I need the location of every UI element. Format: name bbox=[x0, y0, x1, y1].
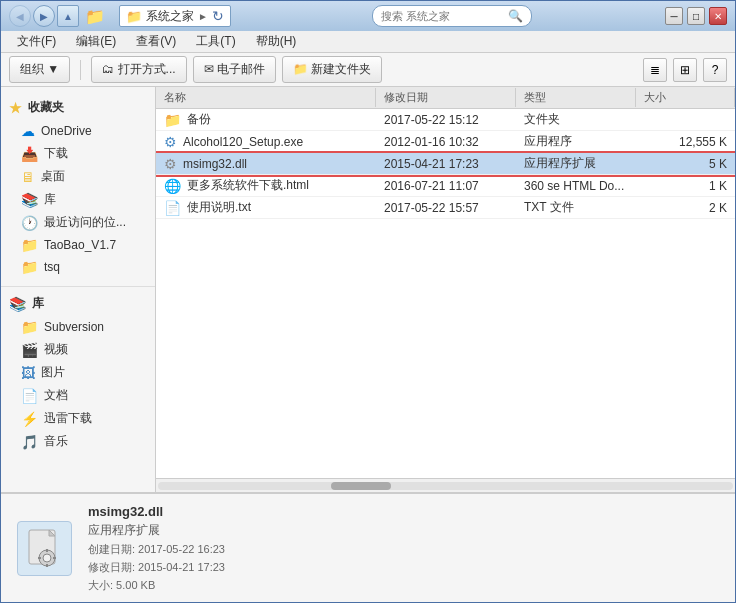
menu-tools[interactable]: 工具(T) bbox=[188, 31, 243, 52]
library-header[interactable]: 📚 库 bbox=[1, 291, 155, 316]
main-area: ★ 收藏夹 ☁ OneDrive 📥 下载 🖥 桌面 📚 库 bbox=[1, 87, 735, 492]
recent-icon: 🕐 bbox=[21, 215, 38, 231]
sidebar-item-library[interactable]: 📚 库 bbox=[1, 188, 155, 211]
favorites-header[interactable]: ★ 收藏夹 bbox=[1, 95, 155, 120]
msimg32-date: 2015-04-21 17:23 bbox=[376, 157, 516, 171]
recent-label: 最近访问的位... bbox=[44, 214, 126, 231]
sidebar-item-onedrive[interactable]: ☁ OneDrive bbox=[1, 120, 155, 142]
up-button[interactable]: ▲ bbox=[57, 5, 79, 27]
video-label: 视频 bbox=[44, 341, 68, 358]
sidebar-item-recent[interactable]: 🕐 最近访问的位... bbox=[1, 211, 155, 234]
backup-type: 文件夹 bbox=[516, 111, 636, 128]
library-label: 库 bbox=[32, 295, 44, 312]
sidebar-item-pictures[interactable]: 🖼 图片 bbox=[1, 361, 155, 384]
search-input[interactable] bbox=[381, 10, 504, 22]
txt-icon: 📄 bbox=[164, 200, 181, 216]
address-text: 系统之家 ► bbox=[146, 8, 208, 25]
search-icon: 🔍 bbox=[508, 9, 523, 23]
sidebar-item-video[interactable]: 🎬 视频 bbox=[1, 338, 155, 361]
txt-name-text: 使用说明.txt bbox=[187, 199, 251, 216]
minimize-button[interactable]: ─ bbox=[665, 7, 683, 25]
sidebar-item-subversion[interactable]: 📁 Subversion bbox=[1, 316, 155, 338]
alcohol-date: 2012-01-16 10:32 bbox=[376, 135, 516, 149]
library-icon: 📚 bbox=[9, 296, 26, 312]
onedrive-label: OneDrive bbox=[41, 124, 92, 138]
sidebar-item-tsq[interactable]: 📁 tsq bbox=[1, 256, 155, 278]
file-list-header: 名称 修改日期 类型 大小 bbox=[156, 87, 735, 109]
taobao-icon: 📁 bbox=[21, 237, 38, 253]
toolbar-sep1 bbox=[80, 60, 81, 80]
status-info: msimg32.dll 应用程序扩展 创建日期: 2017-05-22 16:2… bbox=[88, 504, 225, 593]
file-name-html: 🌐 更多系统软件下载.html bbox=[156, 177, 376, 194]
col-header-date[interactable]: 修改日期 bbox=[376, 88, 516, 107]
close-button[interactable]: ✕ bbox=[709, 7, 727, 25]
forward-button[interactable]: ▶ bbox=[33, 5, 55, 27]
menu-view[interactable]: 查看(V) bbox=[128, 31, 184, 52]
tsq-label: tsq bbox=[44, 260, 60, 274]
file-row-txt[interactable]: 📄 使用说明.txt 2017-05-22 15:57 TXT 文件 2 K bbox=[156, 197, 735, 219]
favorites-label: 收藏夹 bbox=[28, 99, 64, 116]
sidebar-item-documents[interactable]: 📄 文档 bbox=[1, 384, 155, 407]
txt-size: 2 K bbox=[636, 201, 735, 215]
menu-bar: 文件(F) 编辑(E) 查看(V) 工具(T) 帮助(H) bbox=[1, 31, 735, 53]
toolbar-right: ≣ ⊞ ? bbox=[643, 58, 727, 82]
email-button[interactable]: ✉ 电子邮件 bbox=[193, 56, 276, 83]
alcohol-icon: ⚙ bbox=[164, 134, 177, 150]
pictures-icon: 🖼 bbox=[21, 365, 35, 381]
search-bar[interactable]: 🔍 bbox=[372, 5, 532, 27]
col-header-name[interactable]: 名称 bbox=[156, 88, 376, 107]
library-fav-label: 库 bbox=[44, 191, 56, 208]
taobao-label: TaoBao_V1.7 bbox=[44, 238, 116, 252]
sidebar-item-taobao[interactable]: 📁 TaoBao_V1.7 bbox=[1, 234, 155, 256]
library-section: 📚 库 📁 Subversion 🎬 视频 🖼 图片 📄 文档 bbox=[1, 291, 155, 453]
view-grid-button[interactable]: ⊞ bbox=[673, 58, 697, 82]
sidebar-item-music[interactable]: 🎵 音乐 bbox=[1, 430, 155, 453]
folder-backup-icon: 📁 bbox=[164, 112, 181, 128]
main-window: ◀ ▶ ▲ 📁 📁 系统之家 ► ↻ 🔍 ─ □ ✕ bbox=[0, 0, 736, 603]
col-header-type[interactable]: 类型 bbox=[516, 88, 636, 107]
file-row-alcohol[interactable]: ⚙ Alcohol120_Setup.exe 2012-01-16 10:32 … bbox=[156, 131, 735, 153]
html-icon: 🌐 bbox=[164, 178, 181, 194]
favorites-section: ★ 收藏夹 ☁ OneDrive 📥 下载 🖥 桌面 📚 库 bbox=[1, 95, 155, 278]
sidebar-divider1 bbox=[1, 286, 155, 287]
xunlei-label: 迅雷下载 bbox=[44, 410, 92, 427]
maximize-button[interactable]: □ bbox=[687, 7, 705, 25]
folder-icon: 📁 bbox=[85, 7, 105, 26]
view-toggle-button[interactable]: ≣ bbox=[643, 58, 667, 82]
title-bar: ◀ ▶ ▲ 📁 📁 系统之家 ► ↻ 🔍 ─ □ ✕ bbox=[1, 1, 735, 31]
new-folder-button[interactable]: 📁 新建文件夹 bbox=[282, 56, 382, 83]
sidebar-item-xunlei[interactable]: ⚡ 迅雷下载 bbox=[1, 407, 155, 430]
msimg32-type: 应用程序扩展 bbox=[516, 155, 636, 172]
menu-file[interactable]: 文件(F) bbox=[9, 31, 64, 52]
svg-rect-7 bbox=[53, 557, 56, 559]
file-row-msimg32[interactable]: ⚙ msimg32.dll 2015-04-21 17:23 应用程序扩展 5 … bbox=[156, 153, 735, 175]
xunlei-icon: ⚡ bbox=[21, 411, 38, 427]
file-name-txt: 📄 使用说明.txt bbox=[156, 199, 376, 216]
txt-date: 2017-05-22 15:57 bbox=[376, 201, 516, 215]
organize-button[interactable]: 组织 ▼ bbox=[9, 56, 70, 83]
hscroll-thumb[interactable] bbox=[331, 482, 391, 490]
hscroll-bar[interactable] bbox=[156, 478, 735, 492]
svg-rect-4 bbox=[46, 549, 48, 552]
sidebar-item-desktop[interactable]: 🖥 桌面 bbox=[1, 165, 155, 188]
help-button[interactable]: ? bbox=[703, 58, 727, 82]
open-with-button[interactable]: 🗂 打开方式... bbox=[91, 56, 186, 83]
sidebar-item-downloads[interactable]: 📥 下载 bbox=[1, 142, 155, 165]
menu-edit[interactable]: 编辑(E) bbox=[68, 31, 124, 52]
star-icon: ★ bbox=[9, 100, 22, 116]
address-arrow: ► bbox=[198, 11, 208, 22]
address-bar[interactable]: 📁 系统之家 ► ↻ bbox=[119, 5, 231, 27]
file-row-backup[interactable]: 📁 备份 2017-05-22 15:12 文件夹 bbox=[156, 109, 735, 131]
backup-date: 2017-05-22 15:12 bbox=[376, 113, 516, 127]
back-button[interactable]: ◀ bbox=[9, 5, 31, 27]
status-modified: 修改日期: 2015-04-21 17:23 bbox=[88, 560, 225, 575]
file-name-alcohol: ⚙ Alcohol120_Setup.exe bbox=[156, 134, 376, 150]
msimg32-size: 5 K bbox=[636, 157, 735, 171]
col-header-size[interactable]: 大小 bbox=[636, 88, 735, 107]
desktop-icon: 🖥 bbox=[21, 169, 35, 185]
menu-help[interactable]: 帮助(H) bbox=[248, 31, 305, 52]
refresh-button[interactable]: ↻ bbox=[212, 8, 224, 24]
status-created: 创建日期: 2017-05-22 16:23 bbox=[88, 542, 225, 557]
downloads-label: 下载 bbox=[44, 145, 68, 162]
file-row-html[interactable]: 🌐 更多系统软件下载.html 2016-07-21 11:07 360 se … bbox=[156, 175, 735, 197]
